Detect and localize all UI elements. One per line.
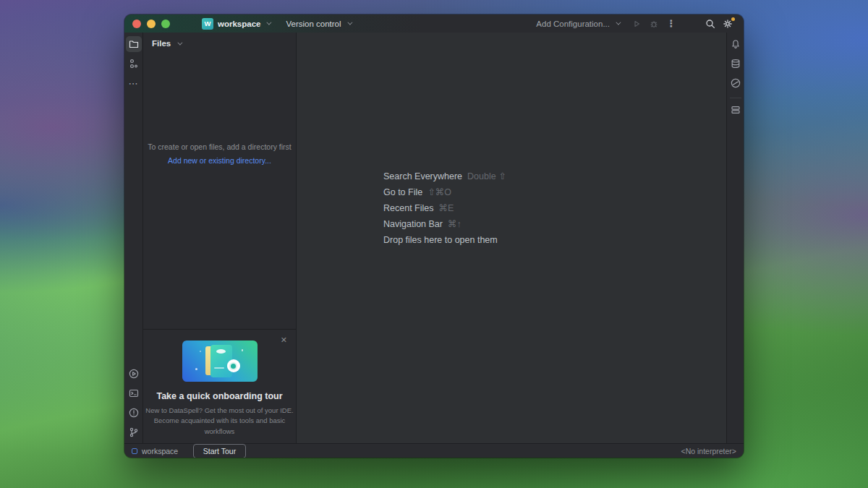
onboarding-description-line2: Become acquainted with its tools and bas…: [154, 416, 286, 435]
debug-icon[interactable]: [647, 17, 661, 31]
terminal-icon[interactable]: [126, 385, 142, 401]
titlebar-actions: Add Configuration... ⋮: [536, 17, 744, 31]
shortcut-row: Navigation Bar⌘↑: [383, 220, 506, 229]
run-configuration-label: Add Configuration...: [536, 20, 610, 28]
shortcut-row: Recent Files⌘E: [383, 204, 506, 213]
shortcut-label: Search Everywhere: [383, 171, 462, 181]
database-icon[interactable]: [728, 56, 744, 72]
shortcut-row: Drop files here to open them: [383, 236, 506, 245]
illustration-badge: [227, 359, 240, 372]
chevron-down-icon: [347, 20, 352, 25]
onboarding-title: Take a quick onboarding tour: [143, 391, 296, 401]
settings-gear-icon[interactable]: [720, 17, 735, 31]
search-icon[interactable]: [703, 17, 718, 31]
stacked-rows-icon[interactable]: [728, 102, 744, 118]
files-toolwindow-icon[interactable]: [126, 36, 142, 52]
stripe-divider: [730, 98, 741, 98]
illustration-line: [214, 367, 224, 369]
shortcut-label: Navigation Bar: [383, 219, 443, 229]
editor-empty-area: Search EverywhereDouble ⇧ Go to File⇧⌘O …: [297, 33, 726, 443]
add-directory-link[interactable]: Add new or existing directory...: [168, 156, 271, 165]
left-tool-stripe: ⋯: [124, 33, 143, 443]
illustration-sparkle: [200, 351, 201, 352]
left-stripe-bottom: [126, 362, 142, 440]
files-empty-state: To create or open files, add a directory…: [143, 142, 296, 165]
project-name: workspace: [218, 20, 260, 28]
close-icon[interactable]: ✕: [281, 335, 287, 345]
illustration-sparkle: [242, 349, 244, 351]
files-toolwindow-panel: Files To create or open files, add a dir…: [143, 33, 297, 443]
vcs-label: Version control: [286, 20, 341, 28]
dataspell-window: W workspace Version control Add Configur…: [124, 14, 744, 458]
traffic-lights: [124, 20, 177, 28]
project-widget[interactable]: W workspace: [202, 18, 270, 30]
git-branch-icon[interactable]: [126, 424, 142, 440]
shortcut-label: Drop files here to open them: [383, 235, 498, 245]
chevron-down-icon: [178, 40, 183, 45]
minimize-window-button[interactable]: [147, 20, 156, 28]
structure-icon[interactable]: [126, 56, 142, 72]
interpreter-widget[interactable]: <No interpreter>: [681, 447, 736, 455]
shortcut-row: Search EverywhereDouble ⇧: [383, 172, 506, 181]
shortcut-row: Go to File⇧⌘O: [383, 188, 506, 197]
settings-notification-dot: [731, 17, 735, 21]
shortcut-keys: ⇧⌘O: [427, 187, 451, 197]
chevron-down-icon: [616, 20, 621, 25]
shortcut-keys: ⌘↑: [448, 219, 461, 229]
right-tool-stripe: [726, 33, 744, 443]
chevron-down-icon: [267, 20, 272, 25]
files-panel-title: Files: [152, 39, 171, 48]
notifications-bell-icon[interactable]: [728, 36, 744, 52]
zoom-window-button[interactable]: [161, 20, 170, 28]
window-titlebar: W workspace Version control Add Configur…: [124, 14, 744, 33]
close-window-button[interactable]: [132, 20, 141, 28]
onboarding-description: New to DataSpell? Get the most out of yo…: [143, 406, 296, 437]
shortcut-label: Go to File: [383, 187, 422, 197]
services-icon[interactable]: [126, 366, 142, 382]
project-status-icon: [132, 448, 137, 454]
more-actions-kebab-icon[interactable]: ⋮: [664, 17, 678, 31]
onboarding-tour-card: ✕ Take a quick onboarding tour New to Da…: [143, 329, 296, 443]
run-configuration-selector[interactable]: Add Configuration...: [536, 20, 619, 28]
shortcut-keys: ⌘E: [438, 203, 454, 213]
onboarding-description-line1: New to DataSpell? Get the most out of yo…: [145, 406, 293, 414]
run-icon[interactable]: [629, 17, 644, 31]
workspace-logo-icon: W: [202, 18, 213, 30]
window-body: ⋯ Files: [124, 33, 744, 443]
shortcut-keys: Double ⇧: [467, 171, 506, 181]
illustration-sparkle: [195, 368, 197, 370]
empty-state-hint: To create or open files, add a directory…: [143, 142, 296, 151]
onboarding-illustration: [182, 341, 258, 382]
start-tour-button[interactable]: Start Tour: [193, 444, 246, 458]
shortcut-label: Recent Files: [383, 203, 433, 213]
sci-view-icon[interactable]: [728, 75, 744, 91]
illustration-oval: [216, 349, 226, 354]
files-panel-header[interactable]: Files: [143, 33, 296, 52]
vcs-widget[interactable]: Version control: [286, 20, 350, 28]
problems-icon[interactable]: [126, 405, 142, 421]
more-toolwindows-icon[interactable]: ⋯: [126, 75, 142, 91]
shortcut-hints: Search EverywhereDouble ⇧ Go to File⇧⌘O …: [383, 172, 506, 252]
